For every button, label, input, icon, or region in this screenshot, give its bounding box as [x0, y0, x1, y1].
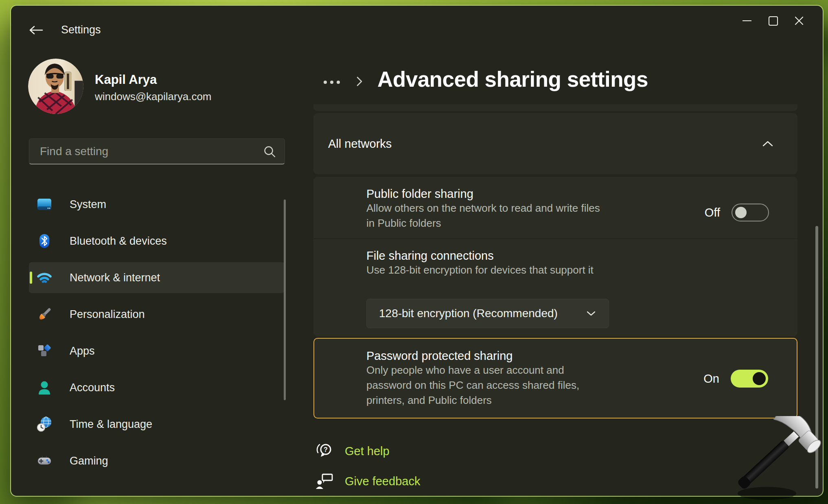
sidebar-item-label: Bluetooth & devices — [70, 235, 167, 248]
sidebar-item-personalization[interactable]: Personalization — [29, 299, 285, 330]
breadcrumb-ellipsis-button[interactable] — [324, 75, 340, 84]
sidebar-scrollbar[interactable] — [284, 199, 286, 400]
give-feedback-link[interactable]: Give feedback — [315, 472, 420, 490]
profile-name: Kapil Arya — [95, 72, 157, 87]
globe-clock-icon — [36, 416, 53, 432]
gamepad-icon — [36, 453, 53, 469]
sidebar-item-label: Gaming — [70, 455, 108, 467]
bluetooth-icon — [36, 233, 53, 249]
chevron-right-icon — [355, 71, 364, 88]
sidebar-item-label: Apps — [70, 345, 95, 357]
hammer-watermark — [731, 416, 825, 504]
close-icon — [795, 16, 804, 25]
sidebar-item-time-language[interactable]: Time & language — [29, 409, 285, 440]
avatar[interactable] — [28, 59, 83, 114]
encryption-dropdown[interactable]: 128-bit encryption (Recommended) — [366, 299, 609, 328]
all-networks-expander[interactable]: All networks — [313, 113, 797, 174]
selected-accent-bar — [30, 272, 32, 284]
search-icon — [263, 145, 276, 158]
minimize-button[interactable] — [734, 11, 760, 30]
get-help-label: Get help — [345, 445, 390, 458]
sidebar-item-label: System — [70, 198, 106, 211]
sidebar-item-system[interactable]: System — [29, 189, 285, 220]
toggle-knob — [753, 372, 766, 385]
sidebar-item-label: Time & language — [70, 418, 152, 431]
search-box[interactable] — [29, 138, 285, 164]
person-icon — [36, 379, 53, 396]
sharing-settings-card: Public folder sharing Allow others on th… — [313, 177, 797, 336]
apps-icon — [36, 343, 53, 359]
setting-description: Only people who have a user account and … — [366, 363, 596, 408]
window-controls — [734, 11, 812, 30]
toggle-state-label: On — [703, 372, 719, 386]
public-folder-sharing-toggle[interactable] — [732, 204, 769, 221]
sidebar-item-label: Personalization — [70, 308, 145, 321]
scrolled-card-remnant — [313, 104, 797, 111]
get-help-link[interactable]: ? Get help — [315, 442, 390, 460]
setting-title: File sharing connections — [366, 249, 797, 263]
setting-description: Use 128-bit encryption for devices that … — [366, 263, 600, 278]
password-protected-sharing-row: Password protected sharing Only people w… — [313, 338, 797, 419]
page-title: Advanced sharing settings — [377, 67, 648, 92]
sidebar-item-gaming[interactable]: Gaming — [29, 445, 285, 476]
give-feedback-icon — [315, 472, 334, 490]
setting-title: Password protected sharing — [366, 349, 797, 363]
back-button[interactable] — [27, 23, 45, 37]
dropdown-value: 128-bit encryption (Recommended) — [379, 307, 558, 320]
sidebar-item-accounts[interactable]: Accounts — [29, 372, 285, 403]
section-title: All networks — [328, 137, 392, 151]
settings-window: Settings — [11, 6, 823, 496]
window-title: Settings — [61, 24, 101, 36]
sidebar-item-label: Accounts — [70, 381, 115, 394]
maximize-button[interactable] — [760, 11, 786, 30]
svg-text:?: ? — [324, 446, 328, 453]
setting-description: Allow others on the network to read and … — [366, 201, 600, 231]
get-help-icon: ? — [315, 442, 334, 460]
chevron-down-icon — [586, 310, 596, 317]
sidebar-item-label: Network & internet — [70, 272, 160, 284]
minimize-icon — [743, 20, 751, 21]
maximize-icon — [769, 16, 778, 26]
search-input[interactable] — [39, 145, 263, 158]
file-sharing-connections-row: File sharing connections Use 128-bit enc… — [313, 239, 797, 278]
password-protected-sharing-toggle[interactable] — [731, 370, 768, 388]
give-feedback-label: Give feedback — [345, 475, 420, 488]
avatar-photo — [28, 59, 83, 114]
sidebar-nav: System Bluetooth & devices Network & int… — [29, 189, 285, 482]
sidebar-item-bluetooth-devices[interactable]: Bluetooth & devices — [29, 226, 285, 256]
wifi-icon — [36, 270, 53, 286]
toggle-state-label: Off — [705, 206, 720, 219]
system-icon — [36, 196, 53, 213]
close-button[interactable] — [786, 11, 812, 30]
chevron-up-icon[interactable] — [761, 139, 775, 149]
profile-email: windows@kapilarya.com — [95, 90, 212, 103]
sidebar-item-network-internet[interactable]: Network & internet — [29, 262, 285, 293]
setting-title: Public folder sharing — [366, 187, 797, 201]
toggle-knob — [735, 207, 747, 218]
back-arrow-icon — [29, 25, 44, 35]
paintbrush-icon — [36, 306, 53, 322]
sidebar-item-apps[interactable]: Apps — [29, 335, 285, 366]
